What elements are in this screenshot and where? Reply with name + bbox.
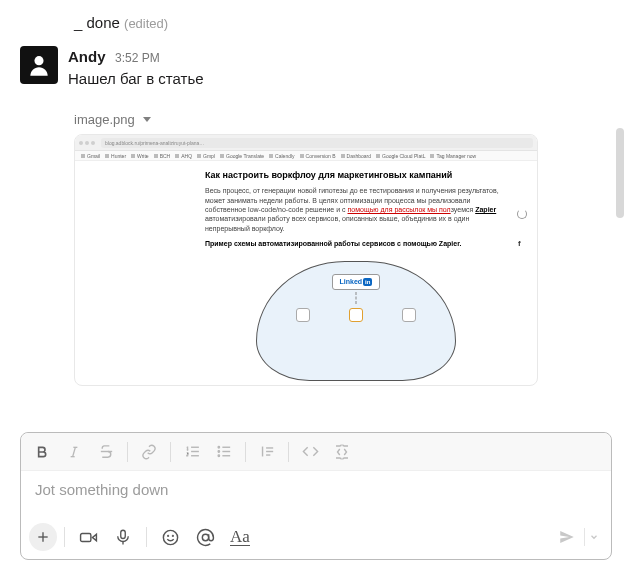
strikethrough-button[interactable] <box>91 438 121 466</box>
svg-rect-20 <box>80 533 90 541</box>
attachment-filename: image.png <box>74 112 135 127</box>
message-row: Andy 3:52 PM Нашел баг в статье <box>20 46 610 87</box>
article-content: f Как настроить воркфлоу для маркетингов… <box>75 161 537 381</box>
edited-label: (edited) <box>124 16 168 31</box>
italic-button[interactable] <box>59 438 89 466</box>
bullet-list-button[interactable] <box>209 438 239 466</box>
ordered-list-button[interactable] <box>177 438 207 466</box>
mention-button[interactable] <box>189 522 221 552</box>
svg-point-26 <box>172 535 173 536</box>
sender-name[interactable]: Andy <box>68 48 106 65</box>
article-paragraph-2: Пример схемы автоматизированной работы с… <box>205 239 507 248</box>
avatar[interactable] <box>20 46 58 84</box>
previous-message-text: _ done <box>74 14 120 31</box>
svg-point-27 <box>202 534 208 540</box>
svg-point-13 <box>218 455 219 456</box>
blockquote-button[interactable] <box>252 438 282 466</box>
chevron-down-icon <box>143 117 151 122</box>
message-text: Нашел баг в статье <box>68 70 610 87</box>
bookmarks-bar: Gmail Hunter Write BCH AHQ Gmpl Google T… <box>75 151 537 161</box>
message-timestamp[interactable]: 3:52 PM <box>115 51 160 65</box>
svg-point-12 <box>218 451 219 452</box>
svg-point-25 <box>167 535 168 536</box>
add-attachment-button[interactable] <box>29 523 57 551</box>
microphone-button[interactable] <box>107 522 139 552</box>
code-button[interactable] <box>295 438 325 466</box>
send-button[interactable] <box>553 523 581 551</box>
facebook-icon: f <box>518 239 526 247</box>
link-button[interactable] <box>134 438 164 466</box>
svg-point-11 <box>218 447 219 448</box>
composer-actions: Aa <box>21 515 611 559</box>
diagram-cloud: Linkedin <box>256 261 456 381</box>
video-button[interactable] <box>72 522 104 552</box>
composer-placeholder: Jot something down <box>35 481 168 498</box>
send-options-button[interactable] <box>584 528 603 546</box>
svg-line-3 <box>73 447 76 456</box>
format-toggle-button[interactable]: Aa <box>224 522 256 552</box>
loader-icon <box>517 209 527 219</box>
article-title: Как настроить воркфлоу для маркетинговых… <box>205 169 507 181</box>
svg-rect-22 <box>121 530 126 538</box>
message-composer: Jot something down Aa <box>20 432 612 560</box>
svg-point-0 <box>34 56 43 65</box>
bold-button[interactable] <box>27 438 57 466</box>
svg-marker-21 <box>92 534 96 540</box>
attachment-header[interactable]: image.png <box>74 112 151 127</box>
formatting-toolbar <box>21 433 611 471</box>
attachment-preview[interactable]: blog.adblock.ru/primena-analiziruyut-pla… <box>74 134 538 386</box>
scrollbar-thumb[interactable] <box>616 128 624 218</box>
article-paragraph-1: Весь процесс, от генерации новой гипотез… <box>205 186 507 233</box>
emoji-button[interactable] <box>154 522 186 552</box>
browser-chrome: blog.adblock.ru/primena-analiziruyut-pla… <box>75 135 537 151</box>
svg-point-24 <box>163 530 177 544</box>
composer-input[interactable]: Jot something down <box>21 471 611 515</box>
linkedin-logo: Linkedin <box>332 274 380 290</box>
previous-message: _ done (edited) <box>74 14 168 31</box>
address-bar: blog.adblock.ru/primena-analiziruyut-pla… <box>101 138 533 148</box>
code-block-button[interactable] <box>327 438 357 466</box>
